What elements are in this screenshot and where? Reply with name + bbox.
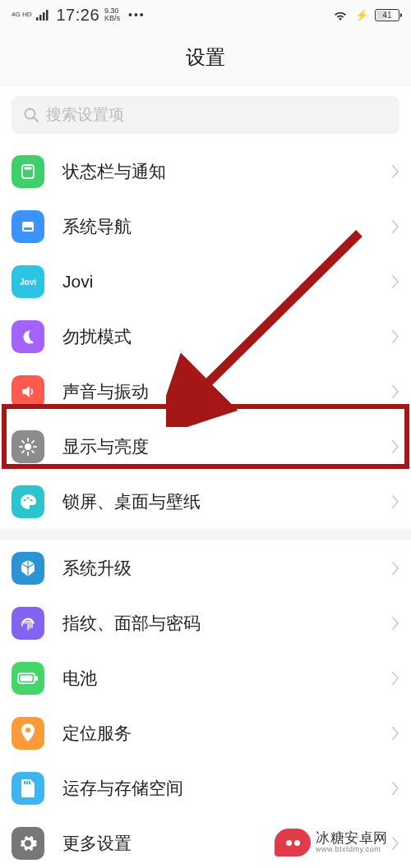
svg-line-17 — [32, 451, 34, 452]
row-label: 更多设置 — [62, 832, 391, 855]
search-container: 搜索设置项 — [0, 85, 411, 144]
chevron-right-icon — [391, 672, 399, 685]
svg-point-22 — [30, 498, 33, 501]
svg-rect-7 — [25, 167, 32, 169]
svg-point-4 — [25, 109, 35, 119]
svg-rect-1 — [39, 15, 42, 21]
settings-row-lockscreen[interactable]: 锁屏、桌面与壁纸 — [0, 474, 411, 529]
svg-point-11 — [25, 443, 31, 450]
settings-row-jovi[interactable]: JoviJovi — [0, 254, 411, 309]
chevron-right-icon — [391, 782, 399, 795]
jovi-icon: Jovi — [12, 265, 44, 298]
settings-row-battery[interactable]: 电池 — [0, 650, 411, 705]
sound-icon — [12, 375, 44, 408]
chevron-right-icon — [391, 440, 399, 453]
chevron-right-icon — [391, 330, 399, 343]
svg-rect-28 — [26, 781, 28, 784]
svg-rect-24 — [35, 676, 38, 681]
svg-point-26 — [25, 728, 30, 733]
chevron-right-icon — [391, 727, 399, 740]
svg-rect-6 — [22, 165, 34, 178]
search-icon — [23, 107, 39, 123]
storage-icon — [12, 772, 44, 805]
row-label: 声音与振动 — [62, 380, 391, 403]
chevron-right-icon — [391, 275, 399, 288]
clock: 17:26 — [56, 6, 99, 25]
row-label: 锁屏、桌面与壁纸 — [62, 490, 391, 513]
settings-row-dnd[interactable]: 勿扰模式 — [0, 309, 411, 364]
biometrics-icon — [12, 607, 44, 640]
search-placeholder: 搜索设置项 — [46, 104, 124, 126]
chevron-right-icon — [391, 837, 399, 850]
svg-rect-25 — [21, 675, 33, 681]
page-title: 设置 — [0, 30, 411, 85]
row-label: 电池 — [62, 667, 391, 690]
svg-rect-0 — [36, 17, 39, 21]
location-icon — [12, 717, 44, 750]
row-label: 勿扰模式 — [62, 325, 391, 348]
svg-rect-9 — [24, 227, 32, 230]
svg-line-5 — [35, 118, 39, 122]
settings-row-display[interactable]: 显示与亮度 — [0, 419, 411, 474]
settings-row-location[interactable]: 定位服务 — [0, 705, 411, 760]
svg-rect-2 — [43, 12, 45, 21]
row-label: 状态栏与通知 — [62, 160, 391, 183]
more-icon — [12, 827, 44, 860]
chevron-right-icon — [391, 617, 399, 630]
system-update-icon — [12, 552, 44, 585]
row-label: Jovi — [62, 272, 391, 292]
wifi-icon — [332, 9, 349, 21]
settings-row-biometrics[interactable]: 指纹、面部与密码 — [0, 595, 411, 650]
system-nav-icon — [12, 210, 44, 243]
lockscreen-icon — [12, 485, 44, 518]
battery-icon — [12, 662, 44, 695]
chevron-right-icon — [391, 562, 399, 575]
settings-group: 状态栏与通知系统导航JoviJovi勿扰模式声音与振动显示与亮度锁屏、桌面与壁纸 — [0, 144, 411, 529]
status-bar: 4G HD 17:26 9.30 KB/s ••• ⚡ 41 — [0, 0, 411, 30]
group-divider — [0, 529, 411, 540]
chevron-right-icon — [391, 165, 399, 178]
settings-row-more[interactable]: 更多设置 — [0, 815, 411, 868]
chevron-right-icon — [391, 385, 399, 398]
more-status-icon: ••• — [128, 8, 145, 21]
chevron-right-icon — [391, 495, 399, 508]
svg-point-21 — [27, 497, 30, 499]
svg-rect-8 — [22, 222, 34, 232]
settings-row-sound[interactable]: 声音与振动 — [0, 364, 411, 419]
search-input[interactable]: 搜索设置项 — [12, 96, 399, 134]
row-label: 定位服务 — [62, 722, 391, 745]
settings-row-storage[interactable]: 运存与存储空间 — [0, 760, 411, 815]
display-icon — [12, 430, 44, 463]
row-label: 系统导航 — [62, 215, 391, 238]
svg-line-16 — [22, 440, 24, 442]
settings-row-system-nav[interactable]: 系统导航 — [0, 199, 411, 254]
battery-indicator: 41 — [375, 9, 399, 21]
network-mode: 4G HD — [12, 11, 31, 18]
row-label: 运存与存储空间 — [62, 777, 391, 800]
data-speed: 9.30 KB/s — [104, 7, 120, 22]
svg-rect-29 — [29, 781, 30, 784]
row-label: 系统升级 — [62, 557, 391, 580]
svg-point-20 — [24, 498, 26, 501]
row-label: 显示与亮度 — [62, 435, 391, 458]
chevron-right-icon — [391, 220, 399, 233]
settings-group: 系统升级指纹、面部与密码电池定位服务运存与存储空间更多设置 — [0, 540, 411, 868]
settings-row-system-update[interactable]: 系统升级 — [0, 540, 411, 595]
row-label: 指纹、面部与密码 — [62, 612, 391, 635]
settings-row-status-notify[interactable]: 状态栏与通知 — [0, 144, 411, 199]
svg-text:Jovi: Jovi — [20, 278, 36, 287]
dnd-icon — [12, 320, 44, 353]
svg-rect-3 — [46, 10, 48, 21]
charging-icon: ⚡ — [355, 9, 368, 21]
status-notify-icon — [12, 155, 44, 188]
signal-bars-icon — [36, 9, 51, 21]
svg-rect-27 — [24, 781, 25, 784]
svg-line-18 — [22, 451, 24, 452]
svg-line-19 — [32, 440, 34, 442]
